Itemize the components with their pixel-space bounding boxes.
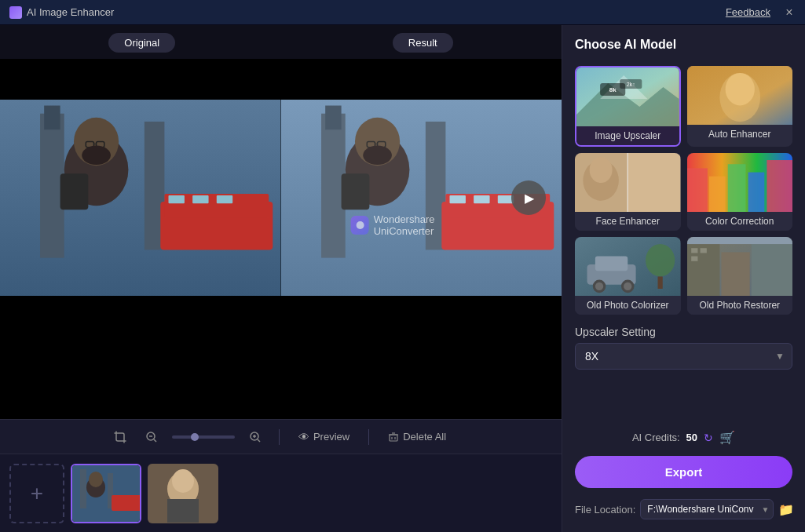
svg-point-84 bbox=[646, 244, 675, 276]
refresh-credits-icon[interactable]: ↻ bbox=[704, 432, 713, 444]
thumbnail-1-image bbox=[72, 465, 141, 523]
model-label-color-correction: Color Correction bbox=[687, 212, 793, 231]
svg-rect-22 bbox=[449, 195, 465, 203]
black-bottom bbox=[0, 296, 562, 343]
preview-left bbox=[0, 100, 281, 296]
svg-rect-55 bbox=[167, 499, 199, 523]
zoom-in-icon[interactable] bbox=[244, 426, 266, 448]
svg-rect-74 bbox=[727, 164, 745, 212]
svg-rect-18 bbox=[325, 106, 341, 130]
file-location-label: File Location: bbox=[575, 504, 635, 516]
svg-rect-48 bbox=[112, 495, 141, 511]
title-right: Feedback × bbox=[726, 6, 796, 19]
svg-point-30 bbox=[363, 146, 392, 166]
ai-credits-count: 50 bbox=[686, 432, 697, 443]
model-thumb-auto-enhancer bbox=[687, 66, 793, 125]
upscaler-setting: Upscaler Setting 8X 4X 2X ▼ bbox=[575, 326, 792, 370]
title-bar: AI Image Enhancer Feedback × bbox=[0, 0, 805, 25]
main-layout: Original Result bbox=[0, 25, 805, 532]
svg-rect-88 bbox=[721, 252, 749, 296]
zoom-slider-thumb bbox=[191, 433, 199, 441]
labels-row: Original Result bbox=[0, 25, 562, 59]
svg-text:2k↑: 2k↑ bbox=[627, 82, 635, 87]
svg-point-83 bbox=[624, 282, 631, 290]
close-button[interactable]: × bbox=[783, 6, 796, 19]
svg-line-35 bbox=[154, 439, 156, 442]
svg-rect-7 bbox=[192, 195, 208, 203]
svg-rect-72 bbox=[687, 168, 708, 212]
play-button[interactable] bbox=[511, 180, 546, 215]
svg-rect-6 bbox=[169, 195, 185, 203]
thumbnail-1[interactable] bbox=[71, 464, 141, 523]
export-button[interactable]: Export bbox=[575, 456, 792, 488]
toolbar-divider-2 bbox=[368, 429, 369, 445]
left-panel: Original Result bbox=[0, 25, 562, 532]
upscaler-setting-label: Upscaler Setting bbox=[575, 326, 792, 338]
model-thumb-color-correction bbox=[687, 153, 793, 212]
thumbnail-2[interactable] bbox=[148, 464, 218, 523]
original-image bbox=[0, 100, 281, 296]
model-card-face-enhancer[interactable]: Face Enhancer bbox=[575, 153, 681, 231]
ai-credits-label: AI Credits: bbox=[632, 432, 680, 443]
svg-point-54 bbox=[172, 469, 194, 493]
watermark-text: Wondershare UniConverter bbox=[374, 213, 492, 237]
model-label-old-photo-colorizer: Old Photo Colorizer bbox=[575, 296, 681, 315]
svg-rect-93 bbox=[687, 237, 793, 244]
canvas-area: Original Result bbox=[0, 25, 562, 419]
watermark-icon bbox=[351, 216, 369, 235]
svg-rect-90 bbox=[691, 248, 697, 253]
svg-rect-23 bbox=[474, 195, 489, 203]
watermark: Wondershare UniConverter bbox=[351, 213, 492, 237]
toolbar-divider-1 bbox=[279, 429, 280, 445]
model-card-image-upscaler[interactable]: 8k 2k↑ Image Upscaler bbox=[575, 66, 681, 147]
crop-icon[interactable] bbox=[109, 426, 131, 448]
svg-rect-8 bbox=[217, 195, 232, 203]
svg-rect-91 bbox=[700, 248, 706, 253]
model-card-old-photo-colorizer[interactable]: Old Photo Colorizer bbox=[575, 237, 681, 315]
preview-right: Wondershare UniConverter bbox=[281, 100, 562, 296]
folder-icon[interactable]: 📁 bbox=[778, 502, 794, 517]
svg-rect-92 bbox=[691, 257, 697, 261]
model-label-image-upscaler: Image Upscaler bbox=[576, 126, 679, 145]
svg-rect-15 bbox=[60, 173, 89, 210]
model-card-color-correction[interactable]: Color Correction bbox=[687, 153, 793, 231]
svg-point-50 bbox=[89, 472, 103, 487]
trash-icon bbox=[388, 432, 399, 443]
svg-rect-2 bbox=[44, 106, 60, 130]
svg-rect-46 bbox=[80, 469, 86, 508]
delete-all-label: Delete All bbox=[403, 431, 446, 443]
upscaler-select[interactable]: 8X 4X 2X bbox=[575, 343, 792, 370]
toolbar: 👁 Preview Delete All bbox=[0, 419, 562, 454]
zoom-out-icon[interactable] bbox=[141, 426, 163, 448]
thumbnail-2-image bbox=[148, 464, 218, 523]
cart-icon[interactable]: 🛒 bbox=[719, 430, 735, 445]
file-location-select[interactable]: F:\Wondershare UniConv bbox=[640, 499, 774, 519]
svg-line-39 bbox=[258, 439, 260, 442]
model-thumb-old-photo-restorer bbox=[687, 237, 793, 296]
model-card-auto-enhancer[interactable]: Auto Enhancer bbox=[687, 66, 793, 147]
model-card-old-photo-restorer[interactable]: Old Photo Restorer bbox=[687, 237, 793, 315]
svg-point-32 bbox=[356, 221, 364, 229]
app-title-container: AI Image Enhancer bbox=[9, 6, 114, 19]
zoom-slider[interactable] bbox=[172, 435, 235, 439]
model-section-title: Choose AI Model bbox=[575, 38, 792, 52]
svg-rect-40 bbox=[390, 435, 397, 441]
svg-point-14 bbox=[82, 146, 111, 166]
right-panel: Choose AI Model bbox=[562, 25, 805, 532]
app-title: AI Image Enhancer bbox=[27, 6, 114, 18]
feedback-link[interactable]: Feedback bbox=[726, 6, 770, 18]
svg-rect-76 bbox=[767, 160, 792, 212]
delete-all-button[interactable]: Delete All bbox=[382, 428, 452, 446]
add-image-button[interactable]: + bbox=[9, 464, 64, 523]
svg-text:8k: 8k bbox=[609, 86, 617, 93]
svg-point-81 bbox=[595, 282, 603, 290]
original-label: Original bbox=[108, 33, 175, 53]
model-label-auto-enhancer: Auto Enhancer bbox=[687, 125, 793, 144]
preview-button[interactable]: 👁 Preview bbox=[292, 428, 356, 446]
file-location-row: File Location: F:\Wondershare UniConv ▼ … bbox=[575, 499, 792, 519]
credits-row: AI Credits: 50 ↻ 🛒 bbox=[575, 430, 792, 445]
model-label-old-photo-restorer: Old Photo Restorer bbox=[687, 296, 793, 315]
svg-point-69 bbox=[590, 157, 613, 183]
svg-rect-79 bbox=[595, 257, 628, 271]
svg-rect-31 bbox=[341, 173, 369, 210]
